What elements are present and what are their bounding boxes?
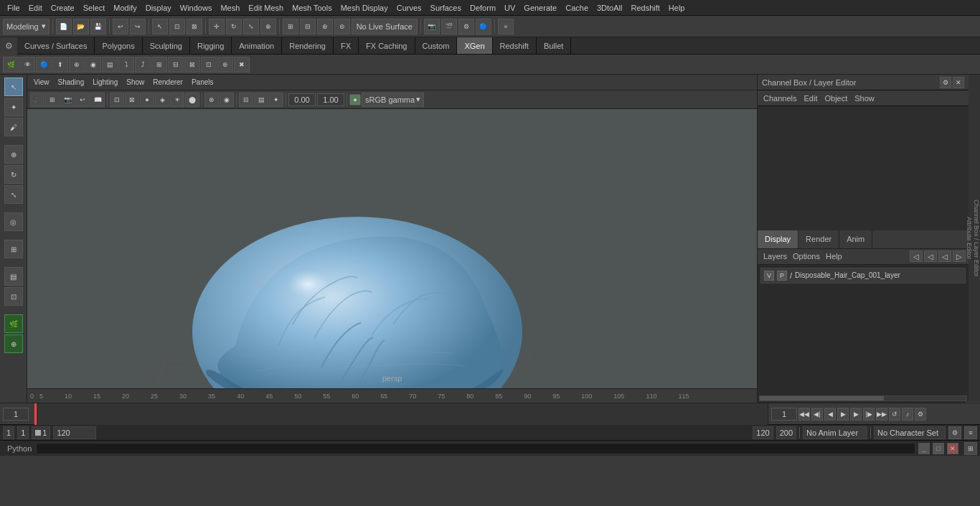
timeline-frame-display[interactable] xyxy=(771,408,797,421)
tab-display[interactable]: Display xyxy=(758,230,798,248)
soft-select-button[interactable]: ◎ xyxy=(4,212,23,231)
layer-v-button[interactable]: V xyxy=(764,271,774,281)
timeline-prev-key[interactable]: ◀| xyxy=(811,408,823,421)
layers-nav-help[interactable]: Help xyxy=(823,250,845,262)
layers-scrollbar[interactable] xyxy=(758,394,969,403)
vp-lighting[interactable]: ☀ xyxy=(170,93,184,107)
timeline-prev-frame[interactable]: ◀ xyxy=(824,408,836,421)
vp-camera-book[interactable]: 📖 xyxy=(90,93,105,107)
scrollbar-track[interactable] xyxy=(759,395,967,401)
component-mode-button[interactable]: ✦ xyxy=(4,98,23,116)
xgen-tool-10[interactable]: ⊞ xyxy=(151,57,167,72)
snap-grid-button[interactable]: ⊟ xyxy=(300,19,316,34)
tab-anim[interactable]: Anim xyxy=(839,230,872,248)
snap-options-button[interactable]: ⊞ xyxy=(4,240,23,258)
menu-file[interactable]: File xyxy=(3,2,24,14)
vp-resolution-gate[interactable]: ⊟ xyxy=(239,93,253,107)
viewport-menu-panels[interactable]: Panels xyxy=(188,77,217,88)
cb-nav-edit[interactable]: Edit xyxy=(801,93,820,104)
more-tools-button[interactable]: » xyxy=(498,19,514,34)
xgen-tool-15[interactable]: ✖ xyxy=(234,57,250,72)
menu-edit-mesh[interactable]: Edit Mesh xyxy=(244,2,288,14)
menu-surfaces[interactable]: Surfaces xyxy=(426,2,466,14)
status-field-3[interactable]: 1 xyxy=(32,426,50,439)
tab-fx-caching[interactable]: FX Caching xyxy=(359,37,415,54)
timeline-sound[interactable]: ♪ xyxy=(902,408,913,421)
status-field-2[interactable]: 1 xyxy=(17,426,29,439)
vp-camera-home[interactable]: 🎥 xyxy=(30,93,44,107)
python-expand[interactable]: ⊞ xyxy=(964,442,977,455)
menu-display[interactable]: Display xyxy=(141,2,176,14)
vp-hud[interactable]: ▤ xyxy=(254,93,268,107)
tab-redshift[interactable]: Redshift xyxy=(493,37,537,54)
status-anim-end[interactable]: 120 xyxy=(753,426,773,439)
select-tool-button[interactable]: ↖ xyxy=(152,19,168,34)
tab-animation[interactable]: Animation xyxy=(232,37,282,54)
vp-camera-fit[interactable]: ⊞ xyxy=(45,93,60,107)
ipr-button[interactable]: 🔵 xyxy=(476,19,491,34)
menu-mesh-display[interactable]: Mesh Display xyxy=(336,2,392,14)
open-file-button[interactable]: 📂 xyxy=(73,19,89,34)
move-tool-button[interactable]: ✛ xyxy=(209,19,225,34)
tab-settings-button[interactable]: ⚙ xyxy=(0,37,17,55)
side-label-attribute-editor[interactable]: Attribute Editor xyxy=(966,75,973,403)
vp-shadow[interactable]: ⬤ xyxy=(185,93,199,107)
xgen-tool-2[interactable]: 👁 xyxy=(19,57,35,72)
timeline-next-key[interactable]: |▶ xyxy=(863,408,875,421)
status-options[interactable]: ≡ xyxy=(964,426,977,439)
status-field-1[interactable]: 1 xyxy=(3,426,14,439)
layers-nav-layers[interactable]: Layers xyxy=(760,250,790,262)
xgen-tool-11[interactable]: ⊟ xyxy=(168,57,184,72)
render-settings-button[interactable]: ⚙ xyxy=(458,19,474,34)
tab-xgen[interactable]: XGen xyxy=(457,37,492,54)
live-surface-button[interactable]: No Live Surface xyxy=(352,19,418,34)
vp-camera-scale[interactable] xyxy=(317,93,344,106)
menu-3dtall[interactable]: 3DtoAll xyxy=(593,2,626,14)
window-maximize[interactable]: □ xyxy=(933,443,944,454)
tab-curves-surfaces[interactable]: Curves / Surfaces xyxy=(17,37,95,54)
menu-uv[interactable]: UV xyxy=(500,2,519,14)
xgen-tool-7[interactable]: ▤ xyxy=(102,57,118,72)
layers-new-btn-3[interactable]: ◁ xyxy=(938,250,951,262)
xgen-tool-12[interactable]: ⊠ xyxy=(184,57,200,72)
rotate-lt-button[interactable]: ↻ xyxy=(4,165,23,184)
scale-lt-button[interactable]: ⤡ xyxy=(4,185,23,204)
tab-rigging[interactable]: Rigging xyxy=(190,37,232,54)
cb-nav-channels[interactable]: Channels xyxy=(760,93,799,104)
xgen-desc-button[interactable]: ⊕ xyxy=(4,334,23,353)
save-file-button[interactable]: 💾 xyxy=(90,19,106,34)
rotate-tool-button[interactable]: ↻ xyxy=(226,19,242,34)
timeline-loop[interactable]: ↺ xyxy=(889,408,900,421)
scale-tool-button[interactable]: ⤡ xyxy=(243,19,259,34)
layer-row-0[interactable]: V P / Disposable_Hair_Cap_001_layer xyxy=(760,268,966,284)
viewport-menu-show[interactable]: Show xyxy=(123,77,148,88)
menu-create[interactable]: Create xyxy=(47,2,79,14)
redo-button[interactable]: ↪ xyxy=(130,19,146,34)
layers-new-btn-1[interactable]: ◁ xyxy=(910,250,923,262)
xgen-tool-14[interactable]: ⊛ xyxy=(217,57,233,72)
channel-box-options-button[interactable]: ⚙ xyxy=(940,77,951,88)
new-file-button[interactable]: 📄 xyxy=(56,19,72,34)
menu-windows[interactable]: Windows xyxy=(176,2,217,14)
transform-tool-button[interactable]: ⊕ xyxy=(260,19,276,34)
camera-button[interactable]: 📷 xyxy=(424,19,440,34)
status-char-set-options[interactable]: ⚙ xyxy=(948,426,961,439)
select-mode-button[interactable]: ↖ xyxy=(4,78,23,96)
cb-nav-object[interactable]: Object xyxy=(821,93,850,104)
timeline-current-frame[interactable] xyxy=(3,408,29,421)
menu-deform[interactable]: Deform xyxy=(466,2,500,14)
cb-nav-show[interactable]: Show xyxy=(852,93,877,104)
workspace-selector[interactable]: Modeling ▾ xyxy=(3,19,50,34)
xgen-palette-button[interactable]: 🌿 xyxy=(4,314,23,333)
xgen-tool-9[interactable]: ⤴ xyxy=(135,57,151,72)
tab-fx[interactable]: FX xyxy=(334,37,359,54)
menu-select[interactable]: Select xyxy=(79,2,110,14)
scrollbar-thumb[interactable] xyxy=(760,396,884,400)
timeline-ffwd[interactable]: ▶▶ xyxy=(876,408,887,421)
side-label-channel-box[interactable]: Channel Box / Layer Editor xyxy=(973,75,980,403)
layers-nav-options[interactable]: Options xyxy=(790,250,823,262)
xgen-tool-5[interactable]: ⊕ xyxy=(69,57,85,72)
vp-grid[interactable]: ⊡ xyxy=(110,93,124,107)
paint-select-button[interactable]: ⊠ xyxy=(187,19,202,34)
vp-textured[interactable]: ◈ xyxy=(155,93,169,107)
